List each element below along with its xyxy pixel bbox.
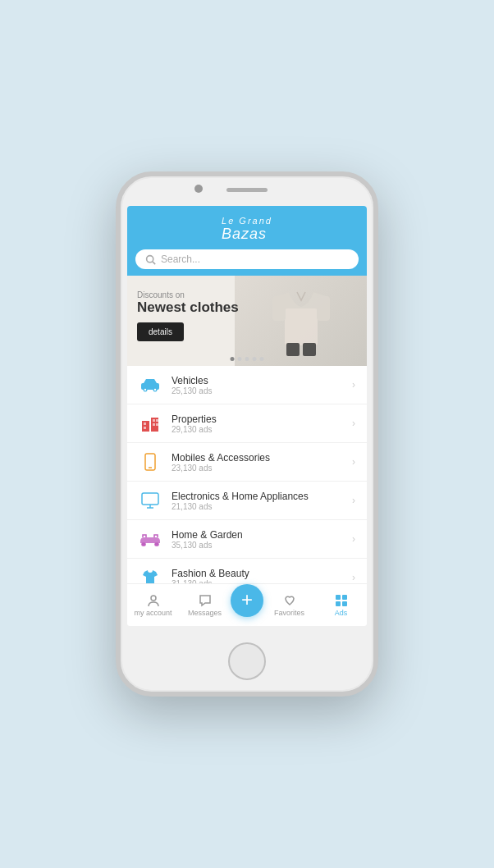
properties-chevron: › — [352, 418, 355, 429]
category-fashion[interactable]: Fashion & Beauty 31,130 ads › — [127, 559, 367, 583]
dot-3 — [245, 357, 249, 361]
nav-messages[interactable]: Messages — [179, 594, 231, 617]
svg-rect-15 — [144, 427, 146, 429]
category-vehicles[interactable]: Vehicles 25,130 ads › — [127, 366, 367, 404]
heart-icon — [283, 594, 296, 607]
properties-count: 29,130 ads — [172, 425, 352, 434]
svg-point-11 — [154, 389, 156, 391]
search-bar[interactable]: Search... — [135, 249, 359, 269]
mobiles-chevron: › — [352, 456, 355, 468]
nav-my-account-label: my account — [134, 609, 172, 617]
add-icon: + — [241, 590, 253, 610]
dot-1 — [231, 357, 235, 361]
svg-rect-18 — [156, 419, 158, 422]
nav-ads[interactable]: Ads — [315, 594, 367, 617]
properties-name: Properties — [172, 413, 352, 425]
vehicles-name: Vehicles — [172, 375, 352, 386]
svg-point-0 — [147, 255, 153, 262]
nav-favorites[interactable]: Favorites — [263, 594, 315, 617]
banner-details-button[interactable]: details — [137, 322, 184, 341]
svg-rect-2 — [285, 308, 318, 345]
nav-ads-label: Ads — [335, 609, 348, 617]
dot-2 — [238, 357, 242, 361]
svg-rect-5 — [286, 343, 300, 356]
svg-rect-14 — [144, 423, 146, 425]
nav-add-button[interactable]: + — [231, 584, 263, 617]
home-garden-name: Home & Garden — [172, 529, 352, 541]
properties-icon — [139, 412, 162, 435]
home-garden-info: Home & Garden 35,130 ads — [172, 529, 352, 550]
search-icon — [145, 254, 156, 265]
home-garden-count: 35,130 ads — [172, 541, 352, 550]
svg-rect-17 — [153, 423, 155, 426]
fashion-chevron: › — [352, 572, 355, 583]
mobiles-icon — [139, 450, 162, 473]
vehicles-count: 25,130 ads — [172, 386, 352, 395]
banner-title: Newest clothes — [137, 299, 239, 316]
electronics-chevron: › — [352, 495, 355, 506]
phone-screen: Le Grand Bazas Search... Discounts on Ne… — [127, 206, 367, 626]
category-electronics[interactable]: Electronics & Home Appliances 21,130 ads… — [127, 482, 367, 520]
svg-line-1 — [153, 261, 155, 263]
mobiles-name: Mobiles & Accessories — [172, 452, 352, 464]
svg-rect-30 — [336, 601, 341, 606]
fashion-icon — [139, 566, 162, 583]
svg-rect-16 — [153, 419, 155, 422]
banner-text: Discounts on Newest clothes details — [137, 290, 239, 341]
bottom-nav: my account Messages + Favorites — [127, 583, 367, 626]
electronics-count: 21,130 ads — [172, 502, 352, 511]
banner-image — [235, 276, 367, 366]
mobiles-info: Mobiles & Accessories 23,130 ads — [172, 452, 352, 473]
dot-4 — [253, 357, 257, 361]
properties-info: Properties 29,130 ads — [172, 413, 352, 434]
app-logo: Le Grand Bazas — [222, 216, 272, 243]
svg-rect-6 — [303, 343, 316, 356]
phone-camera — [194, 185, 203, 193]
categories-list: Vehicles 25,130 ads › — [127, 366, 367, 583]
svg-rect-22 — [142, 493, 158, 505]
vehicles-icon — [139, 373, 162, 396]
svg-point-27 — [151, 596, 156, 601]
electronics-icon — [139, 489, 162, 512]
category-mobiles[interactable]: Mobiles & Accessories 23,130 ads › — [127, 443, 367, 482]
svg-rect-4 — [317, 296, 330, 321]
chat-icon — [199, 594, 212, 607]
svg-rect-29 — [342, 595, 347, 600]
app-logo-line2: Le Grand — [222, 216, 272, 226]
svg-rect-19 — [156, 423, 158, 426]
svg-rect-12 — [142, 421, 149, 432]
app-header: Le Grand Bazas Search... — [127, 206, 367, 276]
svg-rect-31 — [342, 601, 347, 606]
dot-5 — [260, 357, 264, 361]
category-properties[interactable]: Properties 29,130 ads › — [127, 404, 367, 443]
search-placeholder: Search... — [161, 254, 200, 265]
fashion-info: Fashion & Beauty 31,130 ads — [172, 568, 352, 584]
nav-my-account[interactable]: my account — [127, 594, 179, 617]
svg-point-10 — [144, 389, 146, 391]
home-garden-chevron: › — [352, 533, 355, 545]
svg-rect-28 — [336, 595, 341, 600]
mobiles-count: 23,130 ads — [172, 464, 352, 473]
phone-home-button[interactable] — [228, 642, 266, 680]
home-garden-icon — [139, 528, 162, 550]
category-home-garden[interactable]: Home & Garden 35,130 ads › — [127, 520, 367, 559]
grid-icon — [335, 594, 348, 607]
banner-discount-label: Discounts on — [137, 290, 239, 299]
fashion-name: Fashion & Beauty — [172, 568, 352, 579]
electronics-info: Electronics & Home Appliances 21,130 ads — [172, 491, 352, 511]
svg-rect-3 — [272, 296, 286, 321]
svg-rect-25 — [142, 543, 145, 546]
nav-favorites-label: Favorites — [274, 609, 304, 617]
svg-rect-26 — [155, 543, 158, 546]
app-logo-line1: Bazas — [222, 226, 267, 242]
phone-frame: Le Grand Bazas Search... Discounts on Ne… — [116, 171, 378, 697]
electronics-name: Electronics & Home Appliances — [172, 491, 352, 502]
banner: Discounts on Newest clothes details — [127, 276, 367, 366]
clothes-svg — [268, 284, 334, 358]
vehicles-chevron: › — [352, 379, 355, 391]
nav-messages-label: Messages — [188, 609, 222, 617]
person-icon — [147, 594, 160, 607]
vehicles-info: Vehicles 25,130 ads — [172, 375, 352, 395]
banner-dots — [231, 357, 264, 361]
phone-speaker — [226, 188, 268, 192]
